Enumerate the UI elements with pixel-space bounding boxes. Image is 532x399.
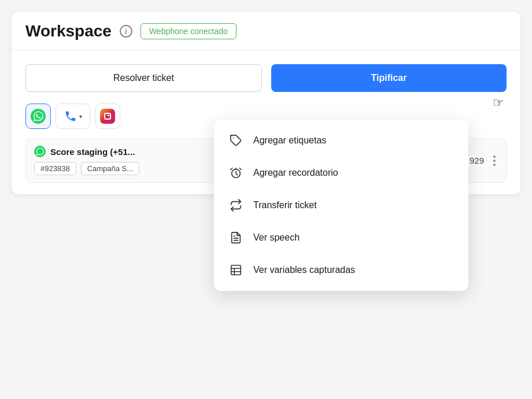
whatsapp-channel-button[interactable] (25, 104, 51, 129)
score-left: Score staging (+51... #923838 Campaña S.… (34, 146, 139, 175)
ver-speech-item[interactable]: Ver speech (214, 221, 468, 254)
phone-icon (64, 110, 77, 123)
document-icon (228, 230, 244, 246)
agregar-recordatorio-label: Agregar recordatorio (253, 168, 338, 178)
agregar-etiquetas-label: Agregar etiquetas (253, 135, 326, 146)
agregar-recordatorio-item[interactable]: Agregar recordatorio (214, 157, 468, 189)
agregar-etiquetas-item[interactable]: Agregar etiquetas (214, 124, 468, 157)
ver-speech-label: Ver speech (253, 232, 300, 243)
main-container: Workspace i Webphone conectado Resolver … (12, 12, 520, 194)
webphone-badge: Webphone conectado (141, 23, 237, 39)
dropdown-menu: Agregar etiquetas Agregar recordatorio (214, 120, 468, 291)
svg-point-1 (34, 146, 46, 157)
svg-rect-6 (231, 265, 241, 275)
ver-variables-label: Ver variables capturadas (253, 265, 355, 275)
header: Workspace i Webphone conectado (12, 12, 520, 50)
alarm-icon (228, 165, 244, 181)
transfer-icon (228, 197, 244, 213)
content-area: Resolver ticket Tipificar ▾ (12, 50, 520, 194)
phone-chevron-icon: ▾ (79, 113, 82, 120)
score-name: Score staging (+51... (50, 147, 135, 157)
resolver-ticket-button[interactable]: Resolver ticket (25, 64, 262, 92)
info-icon[interactable]: i (120, 25, 132, 38)
score-number: 929 (470, 156, 484, 165)
score-tags: #923838 Campaña S... (34, 162, 139, 175)
score-whatsapp-icon (34, 146, 46, 157)
variables-icon (228, 262, 244, 278)
three-dots-menu-button[interactable] (491, 153, 498, 168)
ver-variables-item[interactable]: Ver variables capturadas (214, 254, 468, 286)
page-title: Workspace (25, 22, 112, 40)
score-tag-id: #923838 (34, 162, 76, 175)
transferir-ticket-item[interactable]: Transferir ticket (214, 189, 468, 221)
instagram-icon (100, 109, 115, 124)
tag-icon (228, 132, 244, 149)
score-tag-campaign: Campaña S... (81, 162, 140, 175)
tipificar-button[interactable]: Tipificar (271, 64, 507, 92)
score-title: Score staging (+51... (34, 146, 139, 157)
transferir-ticket-label: Transferir ticket (253, 200, 317, 210)
instagram-channel-button[interactable] (95, 104, 120, 129)
action-buttons-row: Resolver ticket Tipificar (25, 64, 507, 92)
svg-point-0 (31, 109, 46, 124)
whatsapp-icon (31, 109, 46, 124)
phone-channel-button[interactable]: ▾ (56, 104, 90, 129)
